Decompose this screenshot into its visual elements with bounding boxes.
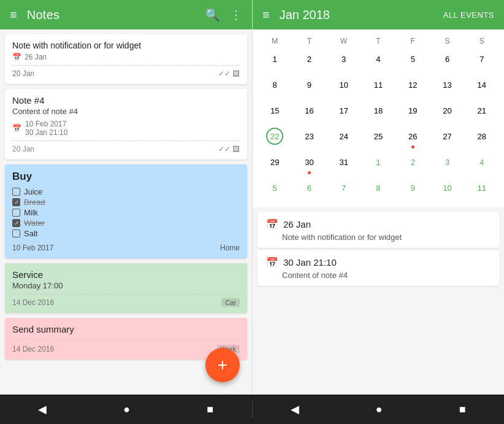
event-item-1[interactable]: 📅 26 Jan Note with notification or for w… [258, 212, 499, 248]
service-time: Monday 17:00 [12, 281, 240, 290]
weekday-f: F [395, 34, 430, 48]
item-bread: Bread [24, 198, 45, 207]
cal-day-12[interactable]: 12 [395, 74, 430, 99]
list-item: ✓ Bread [12, 197, 240, 207]
cal-day-24[interactable]: 24 [327, 125, 361, 151]
event1-date-row: 📅 26 Jan [266, 218, 491, 230]
cal-day-27[interactable]: 27 [430, 125, 464, 151]
cal-day-31[interactable]: 31 [327, 151, 361, 177]
cal-day-23[interactable]: 23 [292, 125, 326, 151]
buy-title: Buy [12, 171, 240, 183]
cal-day-15[interactable]: 15 [258, 99, 292, 125]
cal-day-feb10[interactable]: 10 [430, 177, 464, 202]
bottom-navigation: ◀ ● ■ ◀ ● ■ [0, 395, 504, 424]
item-juice: Juice [24, 187, 42, 196]
event1-date: 26 Jan [283, 219, 311, 229]
service-card[interactable]: Service Monday 17:00 14 Dec 2016 Car [5, 263, 247, 313]
right-home-button[interactable]: ● [366, 398, 392, 421]
cal-day-8[interactable]: 8 [258, 74, 292, 99]
cal-day-feb4[interactable]: 4 [465, 151, 499, 177]
event-item-2[interactable]: 📅 30 Jan 21:10 Content of note #4 [258, 250, 499, 286]
cal-day-19[interactable]: 19 [395, 99, 430, 125]
note4-date2: 30 Jan 21:10 [25, 128, 67, 137]
cal-day-22[interactable]: 22 [258, 125, 292, 151]
search-icon[interactable]: 🔍 [205, 7, 220, 22]
checkbox-bread[interactable]: ✓ [12, 198, 20, 206]
weekday-s2: S [465, 34, 499, 48]
cal-day-1[interactable]: 1 [258, 48, 292, 74]
right-back-button[interactable]: ◀ [281, 398, 309, 421]
cal-day-feb5[interactable]: 5 [258, 177, 292, 202]
cal-day-feb6[interactable]: 6 [292, 177, 326, 202]
home-button[interactable]: ● [113, 398, 140, 421]
note4-dates: 📅 10 Feb 2017 30 Jan 21:10 [12, 120, 240, 137]
event-list: 📅 26 Jan Note with notification or for w… [253, 207, 504, 291]
cal-day-11[interactable]: 11 [361, 74, 395, 99]
cal-day-20[interactable]: 20 [430, 99, 464, 125]
cal-day-13[interactable]: 13 [430, 74, 464, 99]
service-footer: 14 Dec 2016 Car [12, 298, 240, 307]
cal-day-17[interactable]: 17 [327, 99, 361, 125]
cal-day-9[interactable]: 9 [292, 74, 326, 99]
cal-day-feb11[interactable]: 11 [465, 177, 499, 202]
cal-day-2[interactable]: 2 [292, 48, 326, 74]
cal-day-6[interactable]: 6 [430, 48, 464, 74]
cal-day-25[interactable]: 25 [361, 125, 395, 151]
left-header: ≡ Notes 🔍 ⋮ [0, 0, 252, 29]
buy-card[interactable]: Buy Juice ✓ Bread Milk ✓ [5, 164, 247, 258]
note4-card[interactable]: Note #4 Content of note #4 📅 10 Feb 2017… [5, 89, 247, 160]
left-panel: ≡ Notes 🔍 ⋮ Note with notification or fo… [0, 0, 252, 395]
cal-day-30[interactable]: 30 [292, 151, 326, 177]
cal-day-10[interactable]: 10 [327, 74, 361, 99]
hamburger-icon[interactable]: ≡ [10, 8, 17, 22]
note4-content: Content of note #4 [12, 107, 240, 116]
cal-day-26[interactable]: 26 [395, 125, 430, 151]
list-item: Milk [12, 207, 240, 218]
weekday-m: M [258, 34, 292, 48]
checkbox-milk[interactable] [12, 209, 20, 217]
event-calendar-icon-1: 📅 [266, 218, 278, 230]
cal-day-7[interactable]: 7 [465, 48, 499, 74]
left-body: Note with notification or for widget 📅 2… [0, 29, 252, 395]
cal-day-14[interactable]: 14 [465, 74, 499, 99]
cal-day-feb1[interactable]: 1 [361, 151, 395, 177]
cal-day-4[interactable]: 4 [361, 48, 395, 74]
fab-button[interactable]: + [205, 348, 240, 382]
cal-day-18[interactable]: 18 [361, 99, 395, 125]
calendar: M T W T F S S 1 2 3 4 5 6 7 8 9 10 [253, 29, 504, 207]
cal-day-21[interactable]: 21 [465, 99, 499, 125]
cal-day-5[interactable]: 5 [395, 48, 430, 74]
event2-date-row: 📅 30 Jan 21:10 [266, 256, 491, 268]
note4-checks: ✓✓ 🖼 [218, 145, 240, 153]
cal-day-feb8[interactable]: 8 [361, 177, 395, 202]
cal-day-29[interactable]: 29 [258, 151, 292, 177]
note4-footer-date: 20 Jan [12, 145, 34, 153]
right-hamburger-icon[interactable]: ≡ [262, 8, 270, 22]
cal-day-16[interactable]: 16 [292, 99, 326, 125]
right-recents-button[interactable]: ■ [449, 398, 476, 421]
checkbox-salt[interactable] [12, 229, 20, 237]
recents-button[interactable]: ■ [197, 398, 223, 421]
service-title: Service [12, 269, 240, 280]
buy-footer: 10 Feb 2017 Home [12, 244, 240, 252]
list-item: Juice [12, 187, 240, 197]
widget-note-checks: ✓✓ 🖼 [218, 69, 240, 78]
cal-day-3[interactable]: 3 [327, 48, 361, 74]
all-events-button[interactable]: ALL EVENTS [443, 10, 494, 20]
event1-description: Note with notification or for widget [266, 233, 491, 242]
checkbox-juice[interactable] [12, 188, 20, 196]
right-nav: ◀ ● ■ [253, 398, 505, 421]
cal-day-28[interactable]: 28 [465, 125, 499, 151]
more-options-icon[interactable]: ⋮ [230, 7, 242, 22]
back-button[interactable]: ◀ [28, 398, 56, 421]
widget-note-card[interactable]: Note with notification or for widget 📅 2… [5, 34, 247, 84]
checkbox-water[interactable]: ✓ [12, 219, 20, 227]
list-item: ✓ Water [12, 218, 240, 228]
calendar-grid: 1 2 3 4 5 6 7 8 9 10 11 12 13 14 15 16 1… [258, 48, 499, 202]
cal-day-feb3[interactable]: 3 [430, 151, 464, 177]
calendar-icon: 📅 [12, 124, 21, 133]
list-item: Salt [12, 228, 240, 239]
cal-day-feb9[interactable]: 9 [395, 177, 430, 202]
cal-day-feb7[interactable]: 7 [327, 177, 361, 202]
cal-day-feb2[interactable]: 2 [395, 151, 430, 177]
